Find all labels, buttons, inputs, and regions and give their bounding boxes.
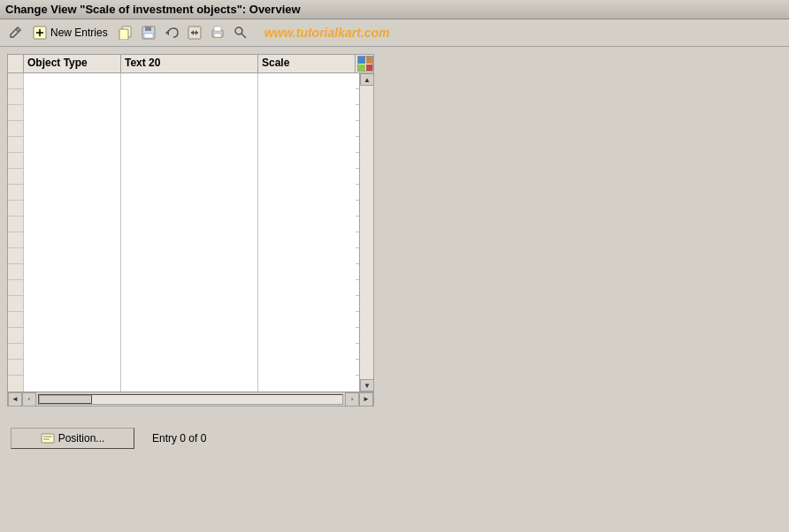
row-selector[interactable] bbox=[8, 185, 24, 200]
table-row[interactable] bbox=[8, 344, 359, 360]
scroll-right-slow-button[interactable]: › bbox=[345, 392, 359, 407]
row-selector[interactable] bbox=[8, 73, 24, 88]
table-row[interactable] bbox=[8, 185, 359, 201]
row-selector[interactable] bbox=[8, 312, 24, 327]
table-row[interactable] bbox=[8, 280, 359, 296]
cell-scale[interactable] bbox=[258, 328, 356, 344]
cell-object-type[interactable] bbox=[24, 296, 121, 312]
cell-scale[interactable] bbox=[258, 185, 356, 201]
cell-text20[interactable] bbox=[121, 296, 258, 312]
table-row[interactable] bbox=[8, 137, 359, 153]
cell-text20[interactable] bbox=[121, 201, 258, 217]
cell-object-type[interactable] bbox=[24, 232, 121, 248]
cell-scale[interactable] bbox=[258, 312, 356, 328]
vertical-scrollbar[interactable]: ▲ ▼ bbox=[359, 73, 373, 391]
cell-text20[interactable] bbox=[121, 169, 258, 185]
table-row[interactable] bbox=[8, 360, 359, 376]
edit-icon-button[interactable] bbox=[5, 23, 25, 42]
cell-object-type[interactable] bbox=[24, 280, 121, 296]
cell-scale[interactable] bbox=[258, 137, 356, 153]
cell-text20[interactable] bbox=[121, 217, 258, 232]
cell-text20[interactable] bbox=[121, 232, 258, 248]
table-row[interactable] bbox=[8, 169, 359, 185]
row-selector[interactable] bbox=[8, 217, 24, 232]
row-selector[interactable] bbox=[8, 89, 24, 104]
cell-scale[interactable] bbox=[258, 280, 356, 296]
h-scroll-thumb[interactable] bbox=[39, 395, 92, 404]
cell-scale[interactable] bbox=[258, 232, 356, 248]
table-row[interactable] bbox=[8, 153, 359, 169]
cell-object-type[interactable] bbox=[24, 153, 121, 169]
navigate-icon-button[interactable] bbox=[185, 23, 204, 42]
cell-scale[interactable] bbox=[258, 73, 356, 89]
cell-text20[interactable] bbox=[121, 344, 258, 360]
scroll-right-button[interactable]: ► bbox=[359, 392, 373, 407]
cell-scale[interactable] bbox=[258, 344, 356, 360]
scroll-left-slow-button[interactable]: ‹ bbox=[22, 392, 36, 407]
cell-object-type[interactable] bbox=[24, 360, 121, 376]
cell-object-type[interactable] bbox=[24, 217, 121, 232]
cell-text20[interactable] bbox=[121, 280, 258, 296]
cell-text20[interactable] bbox=[121, 312, 258, 328]
cell-text20[interactable] bbox=[121, 376, 258, 391]
row-selector[interactable] bbox=[8, 376, 24, 391]
row-selector[interactable] bbox=[8, 280, 24, 295]
row-selector[interactable] bbox=[8, 328, 24, 343]
table-row[interactable] bbox=[8, 312, 359, 328]
cell-object-type[interactable] bbox=[24, 137, 121, 153]
row-selector[interactable] bbox=[8, 137, 24, 152]
cell-object-type[interactable] bbox=[24, 248, 121, 264]
cell-object-type[interactable] bbox=[24, 105, 121, 121]
row-selector[interactable] bbox=[8, 248, 24, 263]
cell-object-type[interactable] bbox=[24, 376, 121, 391]
cell-object-type[interactable] bbox=[24, 201, 121, 217]
cell-scale[interactable] bbox=[258, 89, 356, 105]
cell-scale[interactable] bbox=[258, 105, 356, 121]
table-row[interactable] bbox=[8, 232, 359, 248]
copy-icon-button[interactable] bbox=[116, 23, 135, 42]
cell-scale[interactable] bbox=[258, 153, 356, 169]
cell-text20[interactable] bbox=[121, 248, 258, 264]
table-row[interactable] bbox=[8, 89, 359, 105]
cell-object-type[interactable] bbox=[24, 312, 121, 328]
find-icon-button[interactable] bbox=[231, 23, 250, 42]
cell-text20[interactable] bbox=[121, 137, 258, 153]
row-selector[interactable] bbox=[8, 169, 24, 184]
table-row[interactable] bbox=[8, 73, 359, 89]
cell-object-type[interactable] bbox=[24, 185, 121, 201]
row-selector[interactable] bbox=[8, 232, 24, 247]
cell-text20[interactable] bbox=[121, 105, 258, 121]
position-button[interactable]: Position... bbox=[11, 428, 134, 449]
cell-text20[interactable] bbox=[121, 73, 258, 89]
table-row[interactable] bbox=[8, 376, 359, 391]
cell-object-type[interactable] bbox=[24, 328, 121, 344]
row-selector[interactable] bbox=[8, 344, 24, 359]
row-selector[interactable] bbox=[8, 296, 24, 311]
cell-text20[interactable] bbox=[121, 360, 258, 376]
row-selector[interactable] bbox=[8, 105, 24, 120]
row-selector[interactable] bbox=[8, 360, 24, 375]
table-row[interactable] bbox=[8, 328, 359, 344]
row-selector[interactable] bbox=[8, 121, 24, 136]
cell-object-type[interactable] bbox=[24, 169, 121, 185]
cell-scale[interactable] bbox=[258, 376, 356, 391]
cell-scale[interactable] bbox=[258, 296, 356, 312]
cell-scale[interactable] bbox=[258, 360, 356, 376]
table-row[interactable] bbox=[8, 296, 359, 312]
column-chooser-icon[interactable] bbox=[356, 55, 375, 72]
cell-object-type[interactable] bbox=[24, 344, 121, 360]
cell-object-type[interactable] bbox=[24, 89, 121, 105]
cell-text20[interactable] bbox=[121, 153, 258, 169]
cell-scale[interactable] bbox=[258, 201, 356, 217]
cell-object-type[interactable] bbox=[24, 121, 121, 137]
table-row[interactable] bbox=[8, 105, 359, 121]
row-selector[interactable] bbox=[8, 264, 24, 279]
cell-scale[interactable] bbox=[258, 169, 356, 185]
print-icon-button[interactable] bbox=[208, 23, 227, 42]
cell-scale[interactable] bbox=[258, 121, 356, 137]
row-selector[interactable] bbox=[8, 153, 24, 168]
cell-text20[interactable] bbox=[121, 121, 258, 137]
table-row[interactable] bbox=[8, 121, 359, 137]
horizontal-scrollbar[interactable]: ◄ ‹ › ► bbox=[8, 391, 373, 406]
table-row[interactable] bbox=[8, 217, 359, 232]
